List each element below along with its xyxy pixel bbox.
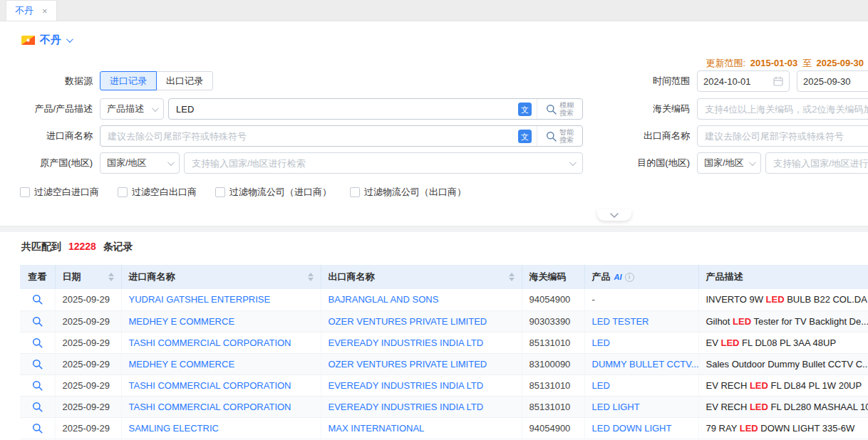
chevron-down-icon: [152, 105, 159, 112]
col-header-product-desc: 产品描述: [698, 265, 868, 289]
product-field-select[interactable]: 产品描述: [100, 98, 164, 120]
checkbox-icon[interactable]: [350, 187, 360, 197]
fuzzy-search-button[interactable]: 模糊 搜索: [537, 99, 582, 119]
view-record-button[interactable]: [29, 313, 45, 329]
page: 不丹 更新范围: 2015-01-03 至 2025-09-30 数据源 进口记…: [0, 21, 868, 440]
product-link[interactable]: LED: [592, 337, 610, 348]
col-header-exporter[interactable]: 出口商名称: [321, 265, 522, 289]
view-record-button[interactable]: [29, 420, 45, 436]
sort-icon[interactable]: [509, 273, 515, 281]
customs-code-input[interactable]: [697, 98, 868, 120]
results-count: 12228: [68, 241, 96, 252]
importer-link[interactable]: MEDHEY E COMMERCE: [129, 359, 235, 370]
date-from-field[interactable]: [697, 70, 790, 92]
update-range-separator: 至: [802, 58, 812, 68]
date-to-input[interactable]: [803, 76, 868, 87]
checkbox-label: 过滤空白出口商: [132, 186, 197, 199]
filter-blank-exporter-checkbox[interactable]: 过滤空白出口商: [118, 186, 197, 199]
exporter-link[interactable]: MAX INTERNATIONAL: [329, 423, 425, 434]
checkbox-icon[interactable]: [118, 187, 128, 197]
destination-type-select[interactable]: 国家/地区: [697, 152, 761, 174]
exporter-name-input[interactable]: [697, 125, 868, 147]
results-summary: 共匹配到 12228 条记录: [21, 239, 868, 253]
importer-link[interactable]: TASHI COMMERCIAL CORPORATION: [129, 380, 291, 391]
col-header-date[interactable]: 日期: [55, 265, 121, 289]
chevron-down-icon[interactable]: [66, 36, 73, 43]
importer-link[interactable]: YUDRAI GATSHEL ENTERPRISE: [129, 294, 271, 305]
checkbox-icon[interactable]: [215, 187, 225, 197]
importer-search-group: 文 智能 搜索: [100, 125, 583, 147]
origin-country-input[interactable]: [184, 152, 583, 174]
product-link[interactable]: LED TESTER: [592, 316, 649, 327]
import-records-toggle[interactable]: 进口记录: [100, 71, 157, 90]
exporter-link[interactable]: EVEREADY INDUSTRIES INDIA LTD: [329, 380, 484, 391]
filter-logistics-exporter-checkbox[interactable]: 过滤物流公司（出口商）: [350, 186, 466, 199]
filter-blank-importer-checkbox[interactable]: 过滤空白进口商: [20, 186, 99, 199]
svg-text:文: 文: [521, 132, 529, 140]
origin-type-select[interactable]: 国家/地区: [100, 152, 180, 174]
product-link[interactable]: DUMMY BULLET CCTV...: [592, 359, 699, 370]
results-table: 查看 日期 进口商名称: [20, 265, 868, 439]
date-cell: 2025-09-29: [55, 417, 121, 439]
product-link[interactable]: LED: [592, 380, 610, 391]
table-row: 2025-09-29TASHI COMMERCIAL CORPORATIONEV…: [20, 396, 868, 417]
fuzzy-search-label: 模糊 搜索: [559, 101, 574, 117]
filter-logistics-importer-checkbox[interactable]: 过滤物流公司（进口商）: [215, 186, 331, 199]
view-record-button[interactable]: [29, 356, 45, 372]
tab-bhutan[interactable]: 不丹 ×: [6, 0, 57, 21]
info-icon[interactable]: i: [625, 273, 634, 282]
date-from-input[interactable]: [703, 76, 773, 87]
product-cell: LED: [584, 332, 698, 353]
importer-name-input[interactable]: [100, 126, 518, 146]
tab-bar: 不丹 ×: [0, 0, 868, 21]
exporter-link[interactable]: EVEREADY INDUSTRIES INDIA LTD: [329, 402, 484, 412]
checkbox-label: 过滤物流公司（出口商）: [364, 186, 466, 199]
summary-suffix: 条记录: [103, 241, 133, 252]
sort-icon[interactable]: [308, 273, 314, 281]
table-row: 2025-09-29MEDHEY E COMMERCEOZER VENTURES…: [20, 353, 868, 374]
view-record-button[interactable]: [29, 377, 45, 393]
search-icon: [32, 380, 43, 391]
exporter-link[interactable]: EVEREADY INDUSTRIES INDIA LTD: [329, 337, 484, 348]
view-record-button[interactable]: [29, 335, 45, 350]
sort-icon[interactable]: [108, 273, 114, 281]
view-record-button[interactable]: [29, 399, 45, 414]
checkbox-icon[interactable]: [20, 187, 30, 197]
exporter-link[interactable]: OZER VENTURES PRIVATE LIMITED: [329, 316, 487, 327]
product-desc-cell: EV RECH LED FL DL84 PL 1W 20UP: [698, 374, 868, 396]
translate-icon[interactable]: 文: [518, 103, 532, 116]
form-row-importer: 进口商名称 文 智能 搜索 出口商名称: [0, 125, 868, 147]
smart-search-button[interactable]: 智能 搜索: [537, 126, 582, 146]
translate-icon[interactable]: 文: [518, 130, 532, 143]
checkbox-label: 过滤空白进口商: [34, 186, 99, 199]
col-header-view: 查看: [20, 265, 55, 289]
search-icon: [32, 294, 43, 305]
search-icon: [546, 131, 557, 142]
hs-code-cell: 85131010: [522, 396, 584, 417]
product-desc-cell: EV LED FL DL08 PL 3AA 48UP: [698, 332, 868, 353]
bhutan-flag-icon: [21, 36, 35, 45]
origin-country-field: [184, 152, 583, 174]
exporter-label: 出口商名称: [603, 125, 690, 147]
country-selector[interactable]: 不丹: [21, 33, 71, 47]
importer-link[interactable]: MEDHEY E COMMERCE: [129, 316, 235, 327]
product-link[interactable]: LED DOWN LIGHT: [592, 423, 672, 434]
product-link[interactable]: LED LIGHT: [592, 402, 640, 412]
product-search-input[interactable]: [169, 99, 518, 119]
ai-badge: AI: [614, 273, 622, 281]
hs-code-cell: 94054900: [522, 417, 584, 439]
view-record-button[interactable]: [29, 292, 45, 308]
col-header-importer[interactable]: 进口商名称: [121, 265, 321, 289]
collapse-form-button[interactable]: [597, 209, 631, 221]
export-records-toggle[interactable]: 出口记录: [156, 71, 213, 90]
exporter-link[interactable]: BAJRANGLAL AND SONS: [329, 294, 439, 305]
exporter-link[interactable]: OZER VENTURES PRIVATE LIMITED: [329, 359, 487, 370]
destination-country-input[interactable]: [765, 152, 868, 174]
chevron-down-icon: [749, 159, 756, 166]
tab-close-icon[interactable]: ×: [42, 6, 48, 16]
importer-link[interactable]: TASHI COMMERCIAL CORPORATION: [129, 402, 291, 412]
destination-label: 目的国(地区): [603, 152, 690, 174]
importer-link[interactable]: TASHI COMMERCIAL CORPORATION: [129, 337, 291, 348]
importer-link[interactable]: SAMLING ELECTRIC: [129, 423, 219, 434]
date-to-field[interactable]: [797, 70, 868, 92]
